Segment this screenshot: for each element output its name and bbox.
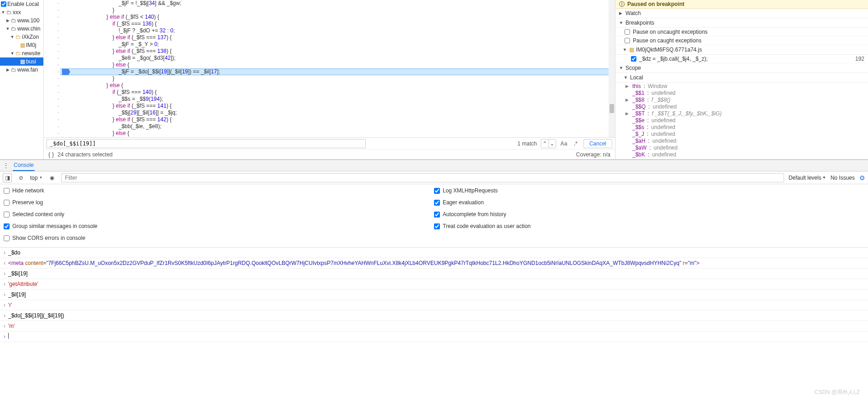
scope-variable[interactable]: _$$Q: undefined [625,103,868,110]
pretty-print-button[interactable]: { } [48,151,54,158]
console-row[interactable]: ›_$do[_$$i[19]](_$il[19]) [0,311,868,321]
console-row[interactable]: ‹<meta content="7Fj66C5phBZsU.M_uOxon5x2… [0,258,868,269]
console-setting[interactable]: Autocomplete from history [434,210,864,219]
setting-checkbox[interactable] [4,200,10,206]
folder-item[interactable]: 🗀xxx [0,8,43,16]
enable-local-toggle[interactable]: Enable Local [0,0,43,8]
code-line[interactable]: _$bb(_$ie, _$e8); [64,123,609,130]
code-line[interactable]: } else if (_$fS === 142) { [64,116,609,123]
issues-indicator[interactable]: No Issues [831,175,855,181]
find-prev-button[interactable]: ⌃ [541,140,548,148]
folder-item[interactable]: 🗀www.100 [0,16,43,25]
console-setting[interactable]: Log XMLHttpRequests [434,186,864,195]
scope-variable[interactable]: _$$s: undefined [625,124,868,130]
console-setting[interactable]: Preserve log [4,198,434,207]
console-row[interactable]: ›_$$i[19] [0,269,868,279]
setting-checkbox[interactable] [434,200,440,206]
tab-console[interactable]: Console [13,160,35,171]
find-cancel-button[interactable]: Cancel [584,139,612,148]
setting-checkbox[interactable] [434,212,440,218]
scope-variable[interactable]: _$$e: undefined [625,117,868,124]
code-line[interactable]: return _$$s; [64,137,609,137]
scope-variable[interactable]: _$_J: undefined [625,130,868,137]
pause-caught-checkbox[interactable] [625,38,630,43]
expand-arrow-icon[interactable] [5,18,10,23]
scope-variable[interactable]: ▶_$$T: f _$$T(_$_J,_$fy,_$bK,_$iG) [625,110,868,117]
console-row[interactable]: ›_$do [0,248,868,258]
regex-toggle[interactable]: .* [572,140,580,147]
folder-item[interactable]: 🗀iXkZon [0,33,43,41]
breakpoint-entry[interactable]: _$dz = _$jb.call(_$j4, _$_z); 192 [615,55,868,63]
find-next-button[interactable]: ⌄ [548,140,556,148]
scope-local[interactable]: Local [615,73,868,83]
code-line[interactable]: if (_$fS === 136) { [64,21,609,27]
code-line[interactable]: _$jF = _$_Y > 0; [64,41,609,48]
file-tree[interactable]: Enable Local 🗀xxx🗀www.100🗀www.chin🗀iXkZo… [0,0,44,159]
log-levels-dropdown[interactable]: Default levels▼ [789,175,826,181]
pause-uncaught-checkbox[interactable] [625,29,630,35]
console-setting[interactable]: Group similar messages in console [4,222,434,231]
breakpoint-file-name[interactable]: IM0jQktM6FSQ.6771a74.js [636,47,702,53]
live-expression-button[interactable]: ◉ [47,173,57,182]
code-line[interactable]: _$jF = !_$$j[34] && _$gw; [64,0,609,7]
setting-checkbox[interactable] [4,188,10,194]
folder-item[interactable]: 🗀www.chin [0,25,43,33]
expand-arrow-icon[interactable] [10,35,15,39]
expand-arrow-icon[interactable] [1,10,5,15]
pause-uncaught-row[interactable]: Pause on uncaught exceptions [615,28,868,36]
code-line[interactable]: } else if (_$fS < 140) { [64,14,609,21]
code-line[interactable]: } else { [64,62,609,68]
pause-caught-row[interactable]: Pause on caught exceptions [615,36,868,45]
code-line[interactable]: !_$jF ? _$dO += 32 : 0; [64,27,609,34]
code-line[interactable]: } else if (_$fS === 141) { [64,103,609,109]
code-editor[interactable]: ---------------------- _$jF = !_$$j[34] … [44,0,615,159]
scope-variable[interactable]: ▶_$bV: f $bV() [625,158,868,159]
console-output[interactable]: ›_$do‹<meta content="7Fj66C5phBZsU.M_uOx… [0,248,868,342]
code-line[interactable]: } else if (_$fS === 137) { [64,34,609,41]
code-line[interactable]: if (_$fS === 140) { [64,89,609,96]
setting-checkbox[interactable] [434,223,440,229]
scope-variable[interactable]: _$$1: undefined [625,89,868,96]
scrollbar-thumb[interactable] [610,104,614,113]
scope-variable[interactable]: ▶_$$8: f _$$8() [625,96,868,103]
code-line[interactable]: } [64,75,609,82]
scope-section[interactable]: Scope [615,63,868,73]
console-row[interactable]: ‹'m' [0,321,868,332]
code-line[interactable]: _$$j[29][_$il[16]] = _$jq; [64,109,609,116]
console-setting[interactable]: Selected context only [4,210,434,219]
code-line[interactable]: _$$s = _$$9(194); [64,96,609,103]
setting-checkbox[interactable] [4,212,10,218]
expand-arrow-icon[interactable] [10,51,15,56]
console-row[interactable]: ‹'r' [0,300,868,311]
breakpoint-enable-checkbox[interactable] [631,56,636,62]
console-row[interactable]: ‹'getAttribute' [0,279,868,290]
context-selector[interactable]: top▼ [30,175,43,181]
file-item[interactable]: ▦IM0j [0,41,43,49]
code-lines[interactable]: _$jF = !_$$j[34] && _$gw; } } else if (_… [62,0,609,137]
setting-checkbox[interactable] [434,188,440,194]
scope-variable[interactable]: ▶this: Window [625,83,868,89]
code-line[interactable]: _$e8 = _$go(_$d3[42]); [64,55,609,62]
toggle-sidebar-button[interactable]: ◨ [3,173,12,182]
breakpoints-section[interactable]: Breakpoints [615,18,868,28]
scope-variable[interactable]: _$bK: undefined [625,151,868,158]
setting-checkbox[interactable] [4,223,10,229]
expand-arrow-icon[interactable] [5,67,10,72]
console-setting[interactable]: Show CORS errors in console [4,233,434,243]
code-line[interactable]: } else { [64,130,609,137]
console-setting[interactable]: Hide network [4,186,434,195]
scope-variable[interactable]: _$aW: undefined [625,144,868,151]
console-setting[interactable]: Treat code evaluation as user action [434,222,864,231]
code-line[interactable]: } else if (_$fS === 138) { [64,48,609,55]
folder-item[interactable]: 🗀newsite [0,49,43,57]
file-item[interactable]: ▦busi [0,57,43,66]
drawer-menu-button[interactable]: ⋮ [3,162,8,169]
console-filter-input[interactable] [61,173,784,182]
expand-arrow-icon[interactable] [5,26,10,31]
folder-item[interactable]: 🗀www.fan [0,66,43,74]
clear-console-button[interactable]: ⊘ [16,173,26,182]
code-vertical-scrollbar[interactable] [609,0,615,137]
console-setting[interactable]: Eager evaluation [434,198,864,207]
find-input[interactable] [46,139,366,148]
console-settings-button[interactable]: ⚙ [859,174,865,181]
